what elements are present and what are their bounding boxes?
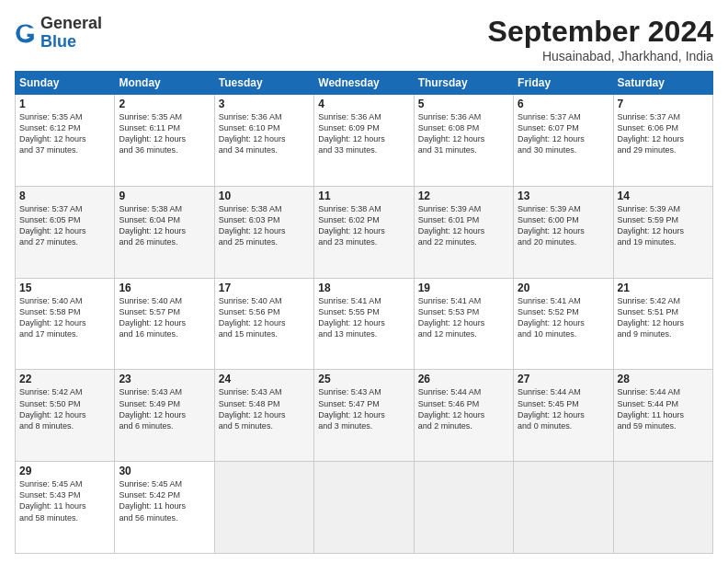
day-number: 15 bbox=[19, 282, 110, 294]
calendar-cell: 7Sunrise: 5:37 AMSunset: 6:06 PMDaylight… bbox=[613, 95, 712, 187]
cell-info: Sunrise: 5:42 AMSunset: 5:51 PMDaylight:… bbox=[618, 295, 709, 340]
cell-info: Sunrise: 5:37 AMSunset: 6:05 PMDaylight:… bbox=[19, 203, 110, 248]
day-number: 9 bbox=[119, 190, 210, 202]
cell-info: Sunrise: 5:37 AMSunset: 6:07 PMDaylight:… bbox=[518, 111, 609, 156]
cell-info: Sunrise: 5:45 AMSunset: 5:42 PMDaylight:… bbox=[119, 478, 210, 523]
calendar-cell: 2Sunrise: 5:35 AMSunset: 6:11 PMDaylight… bbox=[115, 95, 214, 187]
day-number: 22 bbox=[19, 373, 110, 385]
calendar-cell: 5Sunrise: 5:36 AMSunset: 6:08 PMDaylight… bbox=[414, 95, 513, 187]
calendar-cell: 10Sunrise: 5:38 AMSunset: 6:03 PMDayligh… bbox=[214, 186, 313, 278]
day-number: 26 bbox=[418, 373, 509, 385]
col-sunday: Sunday bbox=[16, 72, 115, 95]
calendar-cell: 3Sunrise: 5:36 AMSunset: 6:10 PMDaylight… bbox=[214, 95, 313, 187]
cell-info: Sunrise: 5:43 AMSunset: 5:47 PMDaylight:… bbox=[318, 386, 409, 431]
cell-info: Sunrise: 5:38 AMSunset: 6:04 PMDaylight:… bbox=[119, 203, 210, 248]
day-number: 16 bbox=[119, 282, 210, 294]
day-number: 2 bbox=[119, 98, 210, 110]
cell-info: Sunrise: 5:39 AMSunset: 6:00 PMDaylight:… bbox=[518, 203, 609, 248]
cell-info: Sunrise: 5:43 AMSunset: 5:48 PMDaylight:… bbox=[219, 386, 310, 431]
cell-info: Sunrise: 5:40 AMSunset: 5:57 PMDaylight:… bbox=[119, 295, 210, 340]
calendar-cell: 6Sunrise: 5:37 AMSunset: 6:07 PMDaylight… bbox=[514, 95, 613, 187]
day-number: 24 bbox=[219, 373, 310, 385]
calendar-row-2: 8Sunrise: 5:37 AMSunset: 6:05 PMDaylight… bbox=[16, 186, 713, 278]
cell-info: Sunrise: 5:40 AMSunset: 5:58 PMDaylight:… bbox=[19, 295, 110, 340]
calendar-cell: 27Sunrise: 5:44 AMSunset: 5:45 PMDayligh… bbox=[514, 370, 613, 462]
location: Husainabad, Jharkhand, India bbox=[488, 49, 713, 63]
calendar-cell: 14Sunrise: 5:39 AMSunset: 5:59 PMDayligh… bbox=[613, 186, 712, 278]
cell-info: Sunrise: 5:40 AMSunset: 5:56 PMDaylight:… bbox=[219, 295, 310, 340]
day-number: 21 bbox=[618, 282, 709, 294]
logo-icon bbox=[15, 22, 37, 44]
day-number: 4 bbox=[318, 98, 409, 110]
calendar-cell: 17Sunrise: 5:40 AMSunset: 5:56 PMDayligh… bbox=[214, 278, 313, 370]
calendar-cell bbox=[414, 462, 513, 554]
col-thursday: Thursday bbox=[414, 72, 513, 95]
cell-info: Sunrise: 5:41 AMSunset: 5:52 PMDaylight:… bbox=[518, 295, 609, 340]
day-number: 1 bbox=[19, 98, 110, 110]
calendar-cell: 25Sunrise: 5:43 AMSunset: 5:47 PMDayligh… bbox=[314, 370, 414, 462]
calendar-cell: 28Sunrise: 5:44 AMSunset: 5:44 PMDayligh… bbox=[613, 370, 712, 462]
calendar-row-1: 1Sunrise: 5:35 AMSunset: 6:12 PMDaylight… bbox=[16, 95, 713, 187]
calendar-row-5: 29Sunrise: 5:45 AMSunset: 5:43 PMDayligh… bbox=[16, 462, 713, 554]
calendar-row-3: 15Sunrise: 5:40 AMSunset: 5:58 PMDayligh… bbox=[16, 278, 713, 370]
cell-info: Sunrise: 5:44 AMSunset: 5:45 PMDaylight:… bbox=[518, 386, 609, 431]
day-number: 28 bbox=[618, 373, 709, 385]
calendar-cell: 22Sunrise: 5:42 AMSunset: 5:50 PMDayligh… bbox=[16, 370, 115, 462]
day-number: 6 bbox=[518, 98, 609, 110]
day-number: 20 bbox=[518, 282, 609, 294]
day-number: 3 bbox=[219, 98, 310, 110]
calendar-cell: 23Sunrise: 5:43 AMSunset: 5:49 PMDayligh… bbox=[115, 370, 214, 462]
day-number: 23 bbox=[119, 373, 210, 385]
month-year: September 2024 bbox=[488, 15, 713, 49]
calendar-cell: 18Sunrise: 5:41 AMSunset: 5:55 PMDayligh… bbox=[314, 278, 414, 370]
cell-info: Sunrise: 5:37 AMSunset: 6:06 PMDaylight:… bbox=[618, 111, 709, 156]
day-number: 8 bbox=[19, 190, 110, 202]
cell-info: Sunrise: 5:35 AMSunset: 6:11 PMDaylight:… bbox=[119, 111, 210, 156]
day-number: 17 bbox=[219, 282, 310, 294]
day-number: 14 bbox=[618, 190, 709, 202]
cell-info: Sunrise: 5:39 AMSunset: 5:59 PMDaylight:… bbox=[618, 203, 709, 248]
calendar-cell: 24Sunrise: 5:43 AMSunset: 5:48 PMDayligh… bbox=[214, 370, 313, 462]
calendar-cell: 8Sunrise: 5:37 AMSunset: 6:05 PMDaylight… bbox=[16, 186, 115, 278]
logo: General Blue bbox=[15, 15, 102, 52]
calendar-cell: 16Sunrise: 5:40 AMSunset: 5:57 PMDayligh… bbox=[115, 278, 214, 370]
cell-info: Sunrise: 5:36 AMSunset: 6:08 PMDaylight:… bbox=[418, 111, 509, 156]
day-number: 10 bbox=[219, 190, 310, 202]
day-number: 30 bbox=[119, 465, 210, 477]
calendar-cell bbox=[613, 462, 712, 554]
cell-info: Sunrise: 5:36 AMSunset: 6:09 PMDaylight:… bbox=[318, 111, 409, 156]
col-saturday: Saturday bbox=[613, 72, 712, 95]
calendar-cell: 29Sunrise: 5:45 AMSunset: 5:43 PMDayligh… bbox=[16, 462, 115, 554]
calendar-table: Sunday Monday Tuesday Wednesday Thursday… bbox=[15, 71, 713, 554]
calendar-cell bbox=[314, 462, 414, 554]
col-tuesday: Tuesday bbox=[214, 72, 313, 95]
calendar-cell: 13Sunrise: 5:39 AMSunset: 6:00 PMDayligh… bbox=[514, 186, 613, 278]
calendar-row-4: 22Sunrise: 5:42 AMSunset: 5:50 PMDayligh… bbox=[16, 370, 713, 462]
calendar-cell: 26Sunrise: 5:44 AMSunset: 5:46 PMDayligh… bbox=[414, 370, 513, 462]
header: General Blue September 2024 Husainabad, … bbox=[15, 15, 713, 63]
cell-info: Sunrise: 5:43 AMSunset: 5:49 PMDaylight:… bbox=[119, 386, 210, 431]
cell-info: Sunrise: 5:45 AMSunset: 5:43 PMDaylight:… bbox=[19, 478, 110, 523]
cell-info: Sunrise: 5:44 AMSunset: 5:46 PMDaylight:… bbox=[418, 386, 509, 431]
col-wednesday: Wednesday bbox=[314, 72, 414, 95]
calendar-cell: 1Sunrise: 5:35 AMSunset: 6:12 PMDaylight… bbox=[16, 95, 115, 187]
logo-text: General Blue bbox=[40, 15, 102, 52]
day-number: 29 bbox=[19, 465, 110, 477]
day-number: 19 bbox=[418, 282, 509, 294]
calendar-cell bbox=[514, 462, 613, 554]
cell-info: Sunrise: 5:42 AMSunset: 5:50 PMDaylight:… bbox=[19, 386, 110, 431]
col-monday: Monday bbox=[115, 72, 214, 95]
calendar-cell: 21Sunrise: 5:42 AMSunset: 5:51 PMDayligh… bbox=[613, 278, 712, 370]
day-number: 7 bbox=[618, 98, 709, 110]
day-number: 13 bbox=[518, 190, 609, 202]
col-friday: Friday bbox=[514, 72, 613, 95]
calendar-cell: 19Sunrise: 5:41 AMSunset: 5:53 PMDayligh… bbox=[414, 278, 513, 370]
calendar-cell: 20Sunrise: 5:41 AMSunset: 5:52 PMDayligh… bbox=[514, 278, 613, 370]
calendar-cell: 11Sunrise: 5:38 AMSunset: 6:02 PMDayligh… bbox=[314, 186, 414, 278]
cell-info: Sunrise: 5:35 AMSunset: 6:12 PMDaylight:… bbox=[19, 111, 110, 156]
calendar-cell bbox=[214, 462, 313, 554]
calendar-cell: 15Sunrise: 5:40 AMSunset: 5:58 PMDayligh… bbox=[16, 278, 115, 370]
cell-info: Sunrise: 5:38 AMSunset: 6:02 PMDaylight:… bbox=[318, 203, 409, 248]
cell-info: Sunrise: 5:41 AMSunset: 5:55 PMDaylight:… bbox=[318, 295, 409, 340]
calendar-cell: 30Sunrise: 5:45 AMSunset: 5:42 PMDayligh… bbox=[115, 462, 214, 554]
